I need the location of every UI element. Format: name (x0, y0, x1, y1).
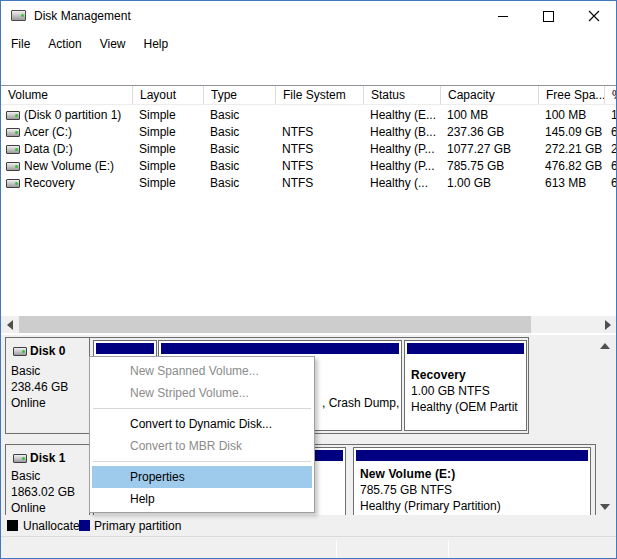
status-bar-divider (336, 540, 337, 557)
volume-icon (6, 179, 20, 188)
column-header-type[interactable]: Type (204, 86, 276, 105)
partition-info: New Volume (E:) 785.75 GB NTFS Healthy (… (360, 466, 588, 514)
menu-item-new-striped-volume[interactable]: New Striped Volume... (92, 382, 312, 404)
volume-name-cell: Acer (C:) (1, 124, 133, 141)
status-cell: Healthy (P... (364, 141, 441, 158)
capacity-cell: 237.36 GB (441, 124, 539, 141)
partition-name: New Volume (E:) (360, 467, 455, 481)
menu-item-convert-to-mbr-disk[interactable]: Convert to MBR Disk (92, 435, 312, 457)
column-header-percent[interactable]: % (605, 86, 617, 105)
disk-1-panel[interactable]: Disk 1 Basic 1863.02 GB Online (6, 445, 90, 518)
capacity-cell: 785.75 GB (441, 158, 539, 175)
menu-item-convert-to-dynamic-disk[interactable]: Convert to Dynamic Disk... (92, 413, 312, 435)
volume-row[interactable]: New Volume (E:) Simple Basic NTFS Health… (1, 158, 617, 175)
volume-name-cell: New Volume (E:) (1, 158, 133, 175)
status-bar-divider (448, 540, 449, 557)
minimize-button[interactable] (481, 1, 526, 31)
disk-1-title: Disk 1 (13, 451, 65, 465)
filesystem-cell: NTFS (276, 158, 364, 175)
primary-partition-label: Primary partition (94, 519, 181, 533)
column-header-freespace[interactable]: Free Spa... (539, 86, 605, 105)
status-cell: Healthy (P... (364, 158, 441, 175)
disk-1-kind: Basic (11, 469, 40, 483)
maximize-button[interactable] (526, 1, 571, 31)
layout-cell: Simple (133, 158, 204, 175)
percent-cell: 10 (605, 107, 617, 124)
scroll-right-button[interactable] (599, 316, 616, 333)
disk-0-status: Online (11, 396, 46, 410)
partition-color-strip (356, 450, 588, 461)
volume-name-cell: Recovery (1, 175, 133, 192)
volume-icon (6, 111, 20, 120)
partition-color-strip (96, 343, 154, 354)
scroll-down-button[interactable] (596, 498, 613, 515)
menu-file[interactable]: File (2, 33, 39, 55)
column-header-status[interactable]: Status (364, 86, 441, 105)
capacity-cell: 1077.27 GB (441, 141, 539, 158)
disk-0-title: Disk 0 (13, 344, 65, 358)
close-button[interactable] (571, 1, 616, 31)
status-cell: Healthy (E... (364, 107, 441, 124)
disk-1-status: Online (11, 501, 46, 515)
scroll-up-icon (600, 343, 610, 349)
percent-cell: 6 (605, 124, 617, 141)
volume-row[interactable]: Recovery Simple Basic NTFS Healthy (... … (1, 175, 617, 192)
menu-bar: File Action View Help (1, 33, 616, 55)
unallocated-color-swatch (7, 520, 18, 531)
layout-cell: Simple (133, 124, 204, 141)
minimize-icon (498, 11, 509, 22)
volume-row[interactable]: Acer (C:) Simple Basic NTFS Healthy (B..… (1, 124, 617, 141)
menu-item-new-spanned-volume[interactable]: New Spanned Volume... (92, 360, 312, 382)
volume-list-header: Volume Layout Type File System Status Ca… (1, 86, 616, 105)
column-header-capacity[interactable]: Capacity (441, 86, 539, 105)
volume-row[interactable]: (Disk 0 partition 1) Simple Basic Health… (1, 107, 617, 124)
volume-list: Volume Layout Type File System Status Ca… (1, 85, 616, 335)
partition-status: Healthy (Primary Partition) (360, 499, 501, 513)
vertical-scrollbar[interactable] (596, 337, 613, 515)
status-cell: Healthy (B... (364, 124, 441, 141)
volume-row[interactable]: Data (D:) Simple Basic NTFS Healthy (P..… (1, 141, 617, 158)
layout-cell: Simple (133, 175, 204, 192)
filesystem-cell: NTFS (276, 141, 364, 158)
disk-0-panel[interactable]: Disk 0 Basic 238.46 GB Online (6, 338, 90, 433)
type-cell: Basic (204, 158, 276, 175)
maximize-icon (543, 11, 554, 22)
disk-0-capacity: 238.46 GB (11, 380, 68, 394)
column-header-volume[interactable]: Volume (1, 86, 133, 105)
toolbar: ? (1, 55, 616, 84)
freespace-cell: 476.82 GB (539, 158, 605, 175)
disk-1-capacity: 1863.02 GB (11, 485, 75, 499)
menu-help[interactable]: Help (135, 33, 178, 55)
layout-cell: Simple (133, 141, 204, 158)
volume-icon (6, 162, 20, 171)
scroll-up-button[interactable] (596, 337, 613, 354)
menu-item-properties[interactable]: Properties (92, 466, 312, 488)
freespace-cell: 272.21 GB (539, 141, 605, 158)
menu-view[interactable]: View (91, 33, 135, 55)
app-icon (11, 10, 26, 21)
disk-0-kind: Basic (11, 364, 40, 378)
menu-action[interactable]: Action (39, 33, 90, 55)
disk-icon (13, 454, 27, 463)
type-cell: Basic (204, 141, 276, 158)
disk-0-partition-recovery[interactable]: Recovery 1.00 GB NTFS Healthy (OEM Parti… (404, 340, 527, 431)
volume-icon (6, 128, 20, 137)
type-cell: Basic (204, 107, 276, 124)
partition-status-fragment: , Crash Dump, (322, 395, 399, 411)
menu-item-help[interactable]: Help (92, 488, 312, 510)
horizontal-scrollbar[interactable] (1, 316, 616, 333)
title-bar: Disk Management (1, 1, 616, 31)
column-header-filesystem[interactable]: File System (276, 86, 364, 105)
scroll-left-button[interactable] (1, 316, 18, 333)
window-title: Disk Management (34, 9, 131, 23)
filesystem-cell: NTFS (276, 175, 364, 192)
context-menu-separator (93, 408, 311, 409)
percent-cell: 60 (605, 175, 617, 192)
scroll-left-icon (7, 320, 13, 330)
partition-color-strip (407, 343, 524, 354)
column-header-layout[interactable]: Layout (133, 86, 204, 105)
partition-detail: 1.00 GB NTFS (411, 384, 490, 398)
horizontal-scrollbar-thumb[interactable] (19, 316, 531, 333)
type-cell: Basic (204, 124, 276, 141)
layout-cell: Simple (133, 107, 204, 124)
